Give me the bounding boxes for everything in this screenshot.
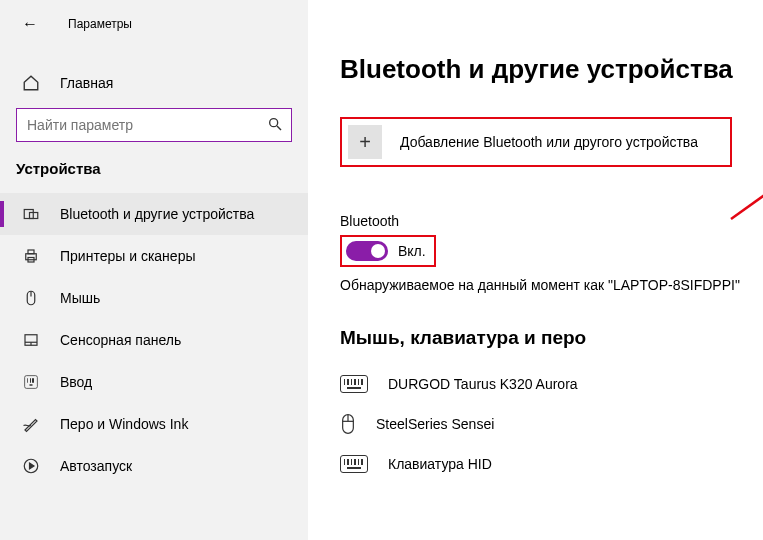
page-title: Bluetooth и другие устройства xyxy=(340,54,743,85)
svg-rect-2 xyxy=(24,210,33,219)
nav-printers[interactable]: Принтеры и сканеры xyxy=(0,235,308,277)
svg-line-1 xyxy=(277,126,281,130)
bluetooth-state: Вкл. xyxy=(398,243,426,259)
device-name: Клавиатура HID xyxy=(388,456,492,472)
toggle-switch-icon xyxy=(346,241,388,261)
search-box[interactable] xyxy=(16,108,292,142)
nav-label: Bluetooth и другие устройства xyxy=(60,206,254,222)
search-input[interactable] xyxy=(27,117,267,133)
bluetooth-toggle[interactable]: Вкл. xyxy=(340,235,436,267)
nav-label: Ввод xyxy=(60,374,92,390)
device-name: DURGOD Taurus K320 Aurora xyxy=(388,376,578,392)
window-title: Параметры xyxy=(68,17,132,31)
bluetooth-label: Bluetooth xyxy=(340,213,743,229)
device-row[interactable]: Клавиатура HID xyxy=(340,445,743,483)
touchpad-icon xyxy=(22,331,40,349)
home-nav[interactable]: Главная xyxy=(0,64,308,102)
nav-mouse[interactable]: Мышь xyxy=(0,277,308,319)
back-icon[interactable]: ← xyxy=(22,16,38,32)
nav-label: Автозапуск xyxy=(60,458,132,474)
device-name: SteelSeries Sensei xyxy=(376,416,494,432)
svg-point-0 xyxy=(270,118,278,126)
svg-line-17 xyxy=(731,169,763,219)
printer-icon xyxy=(22,247,40,265)
add-device-label: Добавление Bluetooth или другого устройс… xyxy=(400,134,698,150)
mouse-icon xyxy=(340,413,356,435)
svg-rect-4 xyxy=(26,254,37,260)
svg-marker-13 xyxy=(30,463,35,469)
nav-typing[interactable]: Ввод xyxy=(0,361,308,403)
nav-label: Сенсорная панель xyxy=(60,332,181,348)
autoplay-icon xyxy=(22,457,40,475)
keyboard-icon xyxy=(22,373,40,391)
nav-label: Перо и Windows Ink xyxy=(60,416,188,432)
search-icon xyxy=(267,116,283,135)
discoverable-text: Обнаруживаемое на данный момент как "LAP… xyxy=(340,277,743,293)
plus-icon: + xyxy=(348,125,382,159)
pen-icon xyxy=(22,415,40,433)
mouse-icon xyxy=(22,289,40,307)
devices-heading: Мышь, клавиатура и перо xyxy=(340,327,743,349)
nav-label: Мышь xyxy=(60,290,100,306)
keyboard-icon xyxy=(340,375,368,393)
device-row[interactable]: DURGOD Taurus K320 Aurora xyxy=(340,365,743,403)
home-icon xyxy=(22,74,40,92)
keyboard-icon xyxy=(340,455,368,473)
home-label: Главная xyxy=(60,75,113,91)
nav-autoplay[interactable]: Автозапуск xyxy=(0,445,308,487)
add-device-button[interactable]: + Добавление Bluetooth или другого устро… xyxy=(340,117,732,167)
nav-pen[interactable]: Перо и Windows Ink xyxy=(0,403,308,445)
devices-icon xyxy=(22,205,40,223)
svg-rect-5 xyxy=(28,250,34,254)
nav-label: Принтеры и сканеры xyxy=(60,248,195,264)
device-row[interactable]: SteelSeries Sensei xyxy=(340,403,743,445)
section-label: Устройства xyxy=(0,160,308,193)
nav-touchpad[interactable]: Сенсорная панель xyxy=(0,319,308,361)
nav-bluetooth[interactable]: Bluetooth и другие устройства xyxy=(0,193,308,235)
